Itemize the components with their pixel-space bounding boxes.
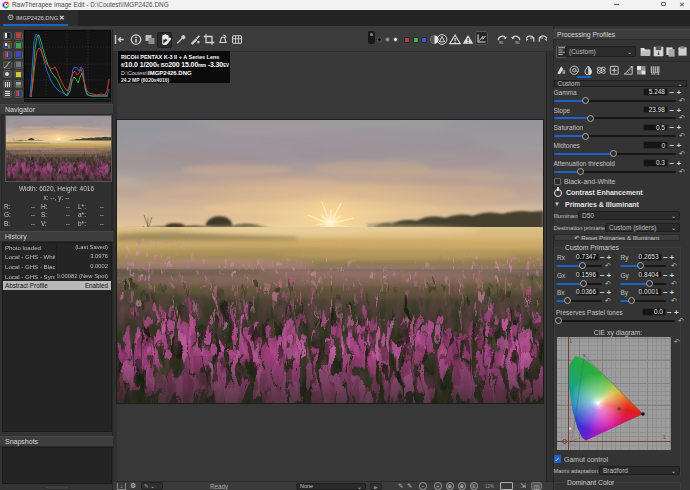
svg-text:META: META xyxy=(651,72,659,75)
svg-text:90: 90 xyxy=(499,41,503,45)
svg-text:90: 90 xyxy=(515,41,519,45)
